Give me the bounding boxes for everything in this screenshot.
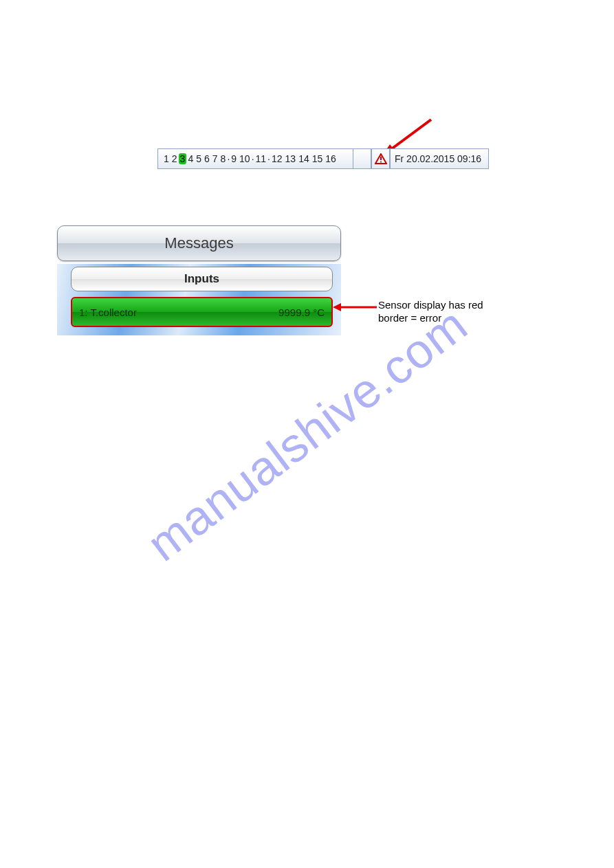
menu-panel: Messages Inputs 1: T.collector 9999.9 °C <box>57 225 341 335</box>
annotation-line-2: border = error <box>378 312 483 325</box>
output-num-10: 10 <box>238 153 252 164</box>
output-num-2: 2 <box>171 153 179 164</box>
svg-point-4 <box>380 161 381 162</box>
output-num-12: 12 <box>270 153 284 164</box>
svg-line-0 <box>388 120 431 151</box>
output-num-8: 8 <box>219 153 228 164</box>
output-num-14: 14 <box>297 153 311 164</box>
arrow-to-annotation-icon <box>331 301 380 313</box>
output-num-7: 7 <box>211 153 219 164</box>
output-num-5: 5 <box>195 153 203 164</box>
inputs-button[interactable]: Inputs <box>71 267 333 291</box>
annotation-line-1: Sensor display has red <box>378 299 483 312</box>
warning-indicator[interactable] <box>371 148 390 169</box>
output-num-3: 3 <box>179 153 187 164</box>
sensor-row-error[interactable]: 1: T.collector 9999.9 °C <box>71 297 333 327</box>
annotation-text: Sensor display has red border = error <box>378 299 483 325</box>
output-num-9: 9 <box>230 153 238 164</box>
svg-marker-6 <box>333 303 341 311</box>
output-num-13: 13 <box>284 153 298 164</box>
output-number-strip: 1 2 3 4 5 6 7 8·9 10·11·12 13 14 15 16 <box>157 148 353 169</box>
output-num-4: 4 <box>186 153 195 164</box>
panel-body: Inputs 1: T.collector 9999.9 °C <box>57 264 341 335</box>
output-num-6: 6 <box>203 153 211 164</box>
status-spacer <box>353 148 371 169</box>
sensor-label: 1: T.collector <box>79 307 137 318</box>
output-num-1: 1 <box>162 153 171 164</box>
watermark-text: manualshive.com <box>137 296 477 572</box>
status-bar: 1 2 3 4 5 6 7 8·9 10·11·12 13 14 15 16 F… <box>157 148 489 169</box>
sensor-value: 9999.9 °C <box>278 307 325 318</box>
output-num-11: 11 <box>254 153 268 164</box>
datetime-display: Fr 20.02.2015 09:16 <box>390 148 489 169</box>
output-num-15: 15 <box>311 153 325 164</box>
warning-triangle-icon <box>375 153 387 164</box>
messages-button[interactable]: Messages <box>57 225 341 261</box>
output-num-16: 16 <box>324 153 338 164</box>
